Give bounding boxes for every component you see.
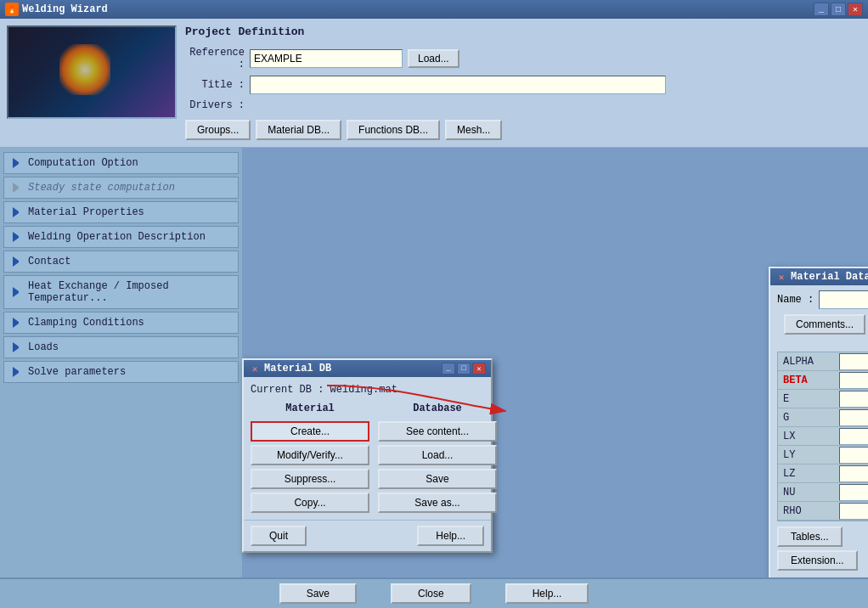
arrow-icon-material [13,207,23,217]
reference-row: Reference : Load... [185,47,861,70]
database-column: Database See content... Load... Save Sav… [378,403,497,513]
name-row: Name : [770,285,868,314]
title-input[interactable] [250,76,666,94]
driver-row-ly: LY [778,446,868,464]
functions-db-button[interactable]: Functions DB... [347,120,440,140]
save-button[interactable]: Save [279,583,357,604]
lx-value-cell[interactable] [839,428,868,445]
beta-value-cell[interactable] [839,372,868,389]
reference-input[interactable] [250,49,403,68]
help-button[interactable]: Help... [505,583,589,604]
alpha-label: ALPHA [778,356,837,368]
driver-row-beta: BETA [778,371,868,390]
sidebar-label-steady: Steady state computation [28,182,175,194]
driver-x-icon: ✕ [775,271,787,283]
g-value-cell[interactable] [839,409,868,426]
material-db-dialog: ✕ Material DB _ □ ✕ Current DB : welding… [242,358,493,553]
material-db-title-bar: ✕ Material DB _ □ ✕ [244,360,491,377]
sidebar-item-welding-op[interactable]: Welding Operation Description [3,226,239,248]
driver-row-g: G [778,408,868,427]
sidebar-item-contact[interactable]: Contact [3,251,239,273]
sidebar-item-material[interactable]: Material Properties [3,201,239,223]
mesh-button[interactable]: Mesh... [445,120,502,140]
comments-row: Comments... [770,314,868,338]
driver-row-alpha: ALPHA [778,352,868,371]
comments-button[interactable]: Comments... [784,314,865,335]
sidebar-item-steady[interactable]: Steady state computation [3,177,239,199]
see-content-button[interactable]: See content... [378,421,497,442]
driver-title: Material Database Driver [791,271,868,283]
quit-button[interactable]: Quit [251,526,307,546]
e-value-cell[interactable] [839,391,868,408]
lz-label: LZ [778,468,837,480]
close-btn[interactable]: ✕ [848,3,863,16]
action-buttons: Groups... Material DB... Functions DB...… [185,120,861,140]
ly-label: LY [778,449,837,461]
mat-maximize-btn[interactable]: □ [457,363,471,374]
close-button[interactable]: Close [391,583,471,604]
mat-help-button[interactable]: Help... [417,526,484,546]
main-content: Project Definition Reference : Load... T… [0,19,868,608]
sidebar-item-computation[interactable]: Computation Option [3,152,239,174]
arrow-icon-clamping [13,318,23,328]
material-db-body: Current DB : welding.mat Material Create… [244,377,491,520]
window-controls: _ □ ✕ [814,3,863,16]
arrow-icon-steady [13,183,23,193]
rho-value-cell[interactable] [839,503,868,520]
db-save-as-button[interactable]: Save as... [378,493,497,513]
title-row: Title : [185,76,861,94]
app-title: Welding Wizard [22,3,108,15]
driver-dialog: ✕ Material Database Driver _ □ ✕ Name : … [769,267,868,577]
tables-button[interactable]: Tables... [777,526,843,547]
arrow-icon-solve [13,367,23,377]
material-column: Material Create... Modify/Verify... Supp… [251,403,369,513]
load-button[interactable]: Load... [408,49,459,68]
material-db-button[interactable]: Material DB... [256,120,341,140]
material-db-footer: Quit Help... [244,520,491,551]
alpha-value-cell[interactable] [839,353,868,370]
name-input[interactable] [819,290,868,309]
mat-close-btn[interactable]: ✕ [472,363,486,374]
sidebar: Computation Option Steady state computat… [0,148,242,577]
sidebar-item-heat[interactable]: Heat Exchange / Imposed Temperatur... [3,275,239,309]
copy-button[interactable]: Copy... [251,493,369,513]
beta-label: BETA [778,374,837,386]
sidebar-item-loads[interactable]: Loads [3,336,239,358]
modify-button[interactable]: Modify/Verify... [251,445,369,465]
mat-minimize-btn[interactable]: _ [442,363,455,374]
arrow-icon-contact [13,256,23,267]
lz-value-cell[interactable] [839,465,868,482]
nu-value-cell[interactable] [839,484,868,501]
name-label: Name : [777,294,814,306]
material-db-controls: _ □ ✕ [442,363,486,374]
driver-row-lx: LX [778,427,868,446]
minimize-btn[interactable]: _ [814,3,829,16]
extension-row: Extension... [777,550,868,571]
suppress-button[interactable]: Suppress... [251,469,369,489]
arrow-icon-loads [13,342,23,352]
db-save-button[interactable]: Save [378,469,497,489]
reference-label: Reference : [185,47,245,70]
project-form: Project Definition Reference : Load... T… [185,25,861,140]
arrow-icon-welding-op [13,232,23,242]
content-area: ✕ Material DB _ □ ✕ Current DB : welding… [242,148,868,577]
driver-table-area: Value Identifier ALPHA BETA [770,338,868,521]
top-panel: Project Definition Reference : Load... T… [0,19,868,148]
sidebar-item-solve[interactable]: Solve parameters [3,361,239,383]
lx-label: LX [778,431,837,442]
maximize-btn[interactable]: □ [831,3,846,16]
sidebar-item-clamping[interactable]: Clamping Conditions [3,312,239,334]
material-col-title: Material [251,403,369,414]
drivers-label: Drivers : [185,99,245,111]
driver-row-lz: LZ [778,464,868,483]
e-label: E [778,393,837,405]
groups-button[interactable]: Groups... [185,120,251,140]
create-button[interactable]: Create... [251,421,369,442]
ly-value-cell[interactable] [839,447,868,464]
extension-button[interactable]: Extension... [777,550,858,571]
tables-row: Tables... [777,526,868,547]
project-definition-label: Project Definition [185,25,861,38]
sidebar-label-loads: Loads [28,341,59,353]
db-load-button[interactable]: Load... [378,445,497,465]
sidebar-label-computation: Computation Option [28,157,138,169]
